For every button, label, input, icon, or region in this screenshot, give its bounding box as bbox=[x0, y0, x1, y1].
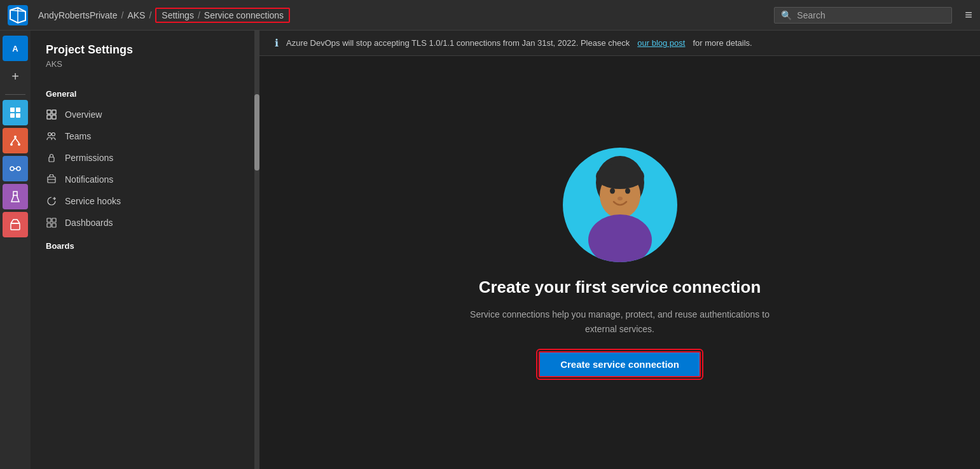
svg-rect-29 bbox=[47, 218, 51, 222]
search-box[interactable]: 🔍 Search bbox=[774, 7, 952, 24]
svg-line-12 bbox=[15, 138, 19, 143]
breadcrumb-org[interactable]: AndyRobertsPrivate bbox=[38, 10, 118, 20]
user-avatar[interactable]: A bbox=[3, 36, 28, 61]
search-label: Search bbox=[797, 10, 825, 20]
breadcrumb: AndyRobertsPrivate / AKS / Settings / Se… bbox=[38, 8, 774, 23]
svg-point-24 bbox=[52, 133, 55, 136]
empty-state: Create your first service connection Ser… bbox=[259, 56, 980, 469]
banner-blog-link[interactable]: our blog post bbox=[637, 38, 685, 48]
sidebar-item-permissions-label: Permissions bbox=[65, 153, 113, 163]
svg-point-38 bbox=[618, 197, 623, 200]
svg-point-8 bbox=[14, 136, 17, 138]
azure-devops-logo[interactable] bbox=[8, 5, 28, 25]
svg-rect-21 bbox=[47, 115, 51, 119]
svg-rect-30 bbox=[52, 218, 56, 222]
banner-text-after: for more details. bbox=[693, 38, 752, 48]
breadcrumb-settings-connection: Settings / Service connections bbox=[155, 8, 290, 23]
overview-icon bbox=[46, 109, 57, 120]
service-hooks-icon bbox=[46, 195, 57, 207]
breadcrumb-project[interactable]: AKS bbox=[127, 10, 145, 20]
svg-point-10 bbox=[18, 143, 20, 146]
avatar-illustration bbox=[563, 148, 677, 262]
svg-rect-7 bbox=[16, 113, 20, 118]
dashboards-icon bbox=[46, 217, 57, 228]
svg-point-35 bbox=[596, 164, 644, 189]
content-area: A + Project Settings AKS General Overvie… bbox=[0, 31, 980, 469]
svg-point-37 bbox=[588, 214, 652, 262]
svg-point-9 bbox=[10, 143, 13, 146]
artifacts-nav-icon[interactable] bbox=[3, 212, 28, 237]
breadcrumb-sep2: / bbox=[149, 10, 151, 20]
boards-nav-icon[interactable] bbox=[3, 100, 28, 125]
icon-bar: A + bbox=[0, 31, 31, 469]
sidebar-item-overview[interactable]: Overview bbox=[31, 104, 259, 125]
svg-rect-4 bbox=[10, 108, 15, 112]
test-nav-icon[interactable] bbox=[3, 184, 28, 209]
svg-rect-6 bbox=[10, 113, 15, 118]
sidebar-general-label: General bbox=[31, 81, 259, 104]
banner-text-before: Azure DevOps will stop accepting TLS 1.0… bbox=[286, 38, 630, 48]
empty-state-title: Create your first service connection bbox=[479, 277, 761, 297]
tls-banner: ℹ Azure DevOps will stop accepting TLS 1… bbox=[259, 31, 980, 56]
sidebar-item-teams-label: Teams bbox=[65, 131, 91, 141]
svg-rect-19 bbox=[47, 110, 51, 114]
svg-rect-17 bbox=[11, 223, 20, 230]
svg-rect-5 bbox=[16, 108, 20, 112]
main-content: ℹ Azure DevOps will stop accepting TLS 1… bbox=[259, 31, 980, 469]
breadcrumb-settings[interactable]: Settings bbox=[162, 10, 194, 20]
add-button[interactable]: + bbox=[3, 64, 28, 89]
sidebar-item-permissions[interactable]: Permissions bbox=[31, 147, 259, 169]
sidebar-item-notifications-label: Notifications bbox=[65, 174, 113, 185]
empty-state-description: Service connections help you manage, pro… bbox=[461, 307, 779, 336]
sidebar-boards-label: Boards bbox=[31, 234, 259, 256]
sidebar-item-service-hooks-label: Service hooks bbox=[65, 196, 121, 206]
breadcrumb-sep1: / bbox=[121, 10, 124, 20]
svg-point-13 bbox=[10, 167, 14, 171]
sidebar-item-teams[interactable]: Teams bbox=[31, 125, 259, 147]
create-service-connection-button[interactable]: Create service connection bbox=[539, 351, 701, 377]
hamburger-menu-icon[interactable]: ≡ bbox=[965, 8, 972, 22]
svg-rect-20 bbox=[52, 110, 56, 114]
svg-rect-25 bbox=[49, 157, 54, 162]
svg-point-40 bbox=[625, 188, 630, 194]
svg-rect-31 bbox=[47, 223, 51, 227]
topbar: AndyRobertsPrivate / AKS / Settings / Se… bbox=[0, 0, 980, 31]
search-icon: 🔍 bbox=[781, 10, 792, 20]
svg-point-39 bbox=[610, 188, 615, 194]
sidebar-scrollbar[interactable] bbox=[254, 31, 259, 469]
teams-icon bbox=[46, 130, 57, 142]
permissions-icon bbox=[46, 152, 57, 164]
notifications-icon bbox=[46, 174, 57, 185]
sidebar-title: Project Settings bbox=[31, 43, 259, 59]
sidebar-item-overview-label: Overview bbox=[65, 109, 102, 120]
pipelines-nav-icon[interactable] bbox=[3, 156, 28, 181]
sidebar-item-dashboards[interactable]: Dashboards bbox=[31, 212, 259, 234]
svg-point-23 bbox=[48, 133, 52, 136]
sidebar: Project Settings AKS General Overview Te… bbox=[31, 31, 259, 469]
topbar-right: 🔍 Search ≡ bbox=[774, 7, 972, 24]
repos-nav-icon[interactable] bbox=[3, 128, 28, 153]
svg-point-14 bbox=[17, 167, 20, 171]
sidebar-item-notifications[interactable]: Notifications bbox=[31, 169, 259, 190]
sidebar-item-service-hooks[interactable]: Service hooks bbox=[31, 190, 259, 212]
sidebar-item-dashboards-label: Dashboards bbox=[65, 218, 113, 228]
sidebar-scrollbar-thumb[interactable] bbox=[254, 94, 259, 171]
breadcrumb-page[interactable]: Service connections bbox=[204, 10, 284, 20]
svg-line-11 bbox=[11, 138, 15, 143]
breadcrumb-sep3: / bbox=[198, 10, 200, 20]
info-icon: ℹ bbox=[275, 37, 279, 49]
svg-rect-22 bbox=[52, 115, 56, 119]
sidebar-subtitle: AKS bbox=[31, 59, 259, 81]
svg-rect-32 bbox=[52, 223, 56, 227]
